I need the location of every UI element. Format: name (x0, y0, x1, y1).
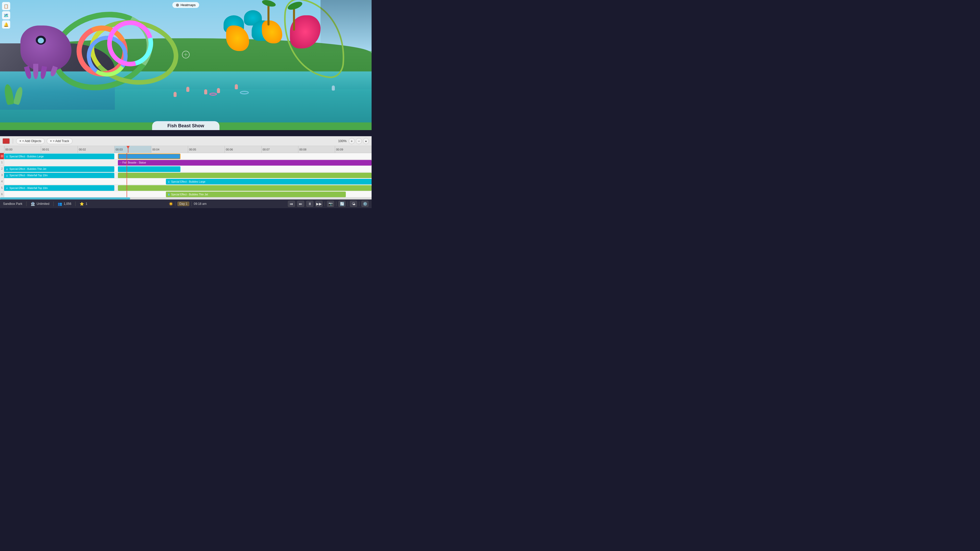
track-0-icon (1, 155, 3, 157)
ruler-left-space (0, 146, 4, 153)
track-row-0: 💧 Special Effect - Bubbles Large (0, 153, 372, 159)
scrollbar-thumb[interactable] (0, 197, 130, 200)
toolbar-icon-3[interactable]: 🔔 (2, 21, 10, 29)
playhead-ruler (128, 146, 128, 153)
stop-button[interactable] (3, 138, 10, 144)
guests-item: 👥 1,056 (58, 202, 71, 206)
heatmap-dot (176, 3, 179, 6)
timeline-scrollbar[interactable] (0, 197, 372, 200)
track-2-block-1[interactable]: 💧 Special Effect - Bubbles Thin Jet (4, 166, 115, 172)
track-content-3: 💧 Special Effect - Waterfall Top 10m (4, 172, 372, 178)
show-title: Fish Beast Show (167, 123, 204, 128)
add-objects-label: + Add Objects (22, 139, 41, 143)
track-5-block-2[interactable] (118, 185, 372, 191)
add-track-label: + Add Track (53, 139, 69, 143)
speed-button[interactable]: ▶▶ (315, 201, 323, 207)
money-value: Unlimited (37, 202, 49, 206)
track-content-1: ··· Fish Beastie - Statue (4, 159, 372, 165)
time-mark-5: 00:05 (188, 146, 224, 153)
person-2 (186, 87, 189, 92)
time-mark-2: 00:02 (78, 146, 115, 153)
person-6 (332, 86, 335, 91)
star-icon: ⭐ (80, 202, 84, 206)
track-row-4: 4 💧 Special Effect - Bubbles Large (0, 178, 372, 185)
track-1-block-1[interactable]: ··· Fish Beastie - Statue (118, 160, 372, 165)
time-value: 09:18 am (194, 202, 207, 206)
camera-button[interactable]: 📷 (327, 201, 334, 207)
track-0-block-2[interactable] (118, 154, 180, 159)
toolbar-icon-2[interactable]: 🗺️ (2, 11, 10, 19)
time-mark-1: 00:01 (41, 146, 78, 153)
track-number-5: 5 (0, 185, 4, 191)
game-viewport: 📋 🗺️ 🔔 Heatmaps Fish Beast Show (0, 0, 372, 130)
time-mark-9: 00:09 (335, 146, 372, 153)
show-title-bar: Fish Beast Show (152, 121, 220, 130)
time-mark-3: 00:03 (115, 146, 151, 153)
zoom-in-button[interactable]: + (348, 138, 355, 144)
status-right: ⏮ ⏭ ⏸ ▶▶ 📷 🔄 🌤 ⚙️ (288, 201, 369, 207)
track-number-3: 3 (0, 172, 4, 178)
track-0-block-1[interactable]: 💧 Special Effect - Bubbles Large (4, 154, 115, 159)
track-2-block-2[interactable] (118, 166, 180, 172)
track-content-5: 💧 Special Effect - Waterfall Top 10m (4, 185, 372, 191)
center-sep (175, 202, 175, 206)
time-mark-8: 00:08 (298, 146, 335, 153)
float-ring-2 (240, 91, 249, 94)
track-number-4: 4 (0, 178, 4, 184)
timeline-section: + + Add Objects + + Add Track 100% + − ▲… (0, 136, 372, 200)
rating-item: ⭐ 1 (80, 202, 87, 206)
pause-button[interactable]: ⏸ (306, 201, 313, 207)
right-sep-4 (359, 202, 360, 206)
settings-button[interactable]: ⚙️ (361, 201, 369, 207)
collapse-button[interactable]: ▲ (363, 138, 369, 144)
track-number-6: 6 (0, 191, 4, 197)
track-content-4: 💧 Special Effect - Bubbles Large (4, 178, 372, 184)
track-6-block-1[interactable]: 💧 Special Effect - Bubbles Thin Jet (166, 192, 346, 197)
track-5-block-1[interactable]: 💧 Special Effect - Waterfall Top 10m (4, 185, 115, 191)
fast-forward-button[interactable]: ⏭ (297, 201, 304, 207)
heatmap-button[interactable]: Heatmaps (172, 2, 199, 8)
viewport-crosshair (182, 51, 189, 59)
day-badge: Day 1 (177, 202, 189, 206)
track-content-6: 💧 Special Effect - Bubbles Thin Jet (4, 191, 372, 197)
status-sep-1 (26, 202, 27, 206)
pool-water (0, 71, 372, 122)
status-center: ☀️ Day 1 09:18 am (91, 202, 284, 206)
rating-value: 1 (86, 202, 87, 206)
track-3-block-2[interactable] (118, 173, 372, 178)
rewind-button[interactable]: ⏮ (288, 201, 295, 207)
right-sep-2 (336, 202, 336, 206)
weather-button[interactable]: 🌤 (350, 201, 357, 207)
heatmap-label: Heatmaps (180, 3, 196, 7)
zoom-level: 100% (338, 139, 347, 143)
refresh-button[interactable]: 🔄 (339, 201, 345, 207)
time-mark-0: 00:00 (4, 146, 41, 153)
right-overlay (321, 0, 372, 130)
status-bar: Sandbox Park 🏦 Unlimited 👥 1,056 ⭐ 1 ☀️ … (0, 200, 372, 208)
person-1 (173, 92, 177, 97)
track-row-2: 2 💧 Special Effect - Bubbles Thin Jet (0, 166, 372, 172)
playhead-track-4 (127, 178, 127, 184)
float-ring-1 (209, 93, 217, 96)
track-row-1: 1 ··· Fish Beastie - Statue (0, 159, 372, 166)
center-sep-2 (191, 202, 192, 206)
person-5 (235, 84, 238, 89)
money-icon: 🏦 (30, 202, 35, 206)
track-row-3: 3 💧 Special Effect - Waterfall Top 10m (0, 172, 372, 179)
track-row-5: 5 💧 Special Effect - Waterfall Top 10m (0, 185, 372, 191)
add-objects-button[interactable]: + + Add Objects (16, 138, 45, 144)
right-sep-1 (325, 202, 325, 206)
track-number-1: 1 (0, 159, 4, 165)
left-toolbar: 📋 🗺️ 🔔 (2, 2, 10, 29)
track-row-6: 6 💧 Special Effect - Bubbles Thin Jet (0, 191, 372, 197)
toolbar-icon-1[interactable]: 📋 (2, 2, 10, 10)
add-track-button[interactable]: + + Add Track (47, 138, 73, 144)
day-label: Day 1 (180, 202, 187, 206)
zoom-out-button[interactable]: − (356, 138, 362, 144)
timeline-ruler: 00:00 00:01 00:02 00:03 00:04 00:05 00:0… (0, 146, 372, 153)
track-4-block-1[interactable]: 💧 Special Effect - Bubbles Large (166, 179, 372, 184)
track-number-0 (0, 153, 4, 159)
track-3-block-1[interactable]: 💧 Special Effect - Waterfall Top 10m (4, 173, 115, 178)
guests-icon: 👥 (58, 202, 62, 206)
timeline-tracks: 💧 Special Effect - Bubbles Large 1 ··· F… (0, 153, 372, 197)
